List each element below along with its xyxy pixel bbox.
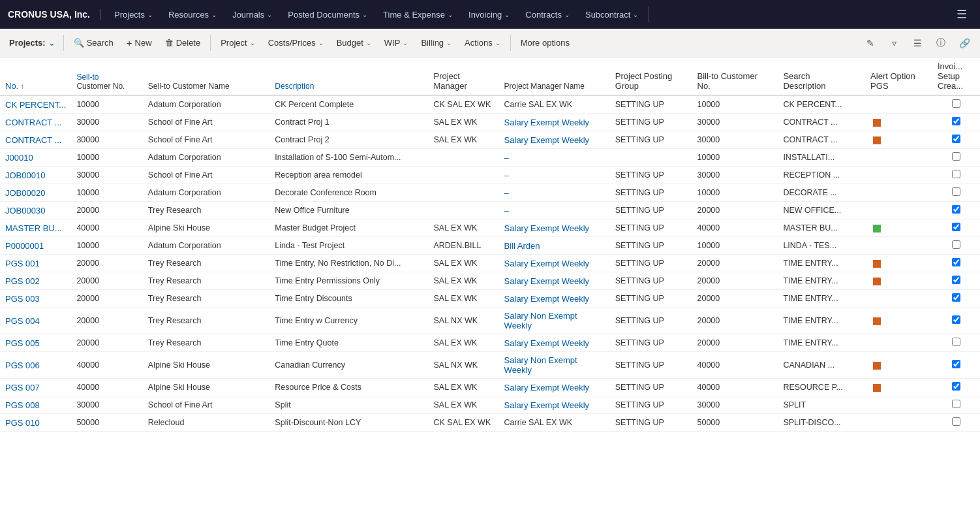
cell-alert-opt <box>865 202 932 219</box>
cell-no[interactable]: PGS 001 <box>0 255 71 272</box>
invoice-setup-checkbox[interactable] <box>952 360 960 368</box>
invoice-setup-checkbox[interactable] <box>952 223 960 231</box>
cell-no[interactable]: PGS 010 <box>0 414 71 432</box>
cell-invoice-setup[interactable] <box>932 219 980 237</box>
cell-search-desc: TIME ENTRY... <box>778 334 865 352</box>
cell-no[interactable]: JOB00010 <box>0 167 71 184</box>
cell-no[interactable]: MASTER BU... <box>0 219 71 237</box>
cell-pm-name[interactable]: Salary Exempt Weekly <box>499 219 610 237</box>
cell-invoice-setup[interactable] <box>932 396 980 414</box>
invoice-setup-checkbox[interactable] <box>952 276 960 284</box>
nav-invoicing[interactable]: Invoicing ⌄ <box>461 0 517 29</box>
cell-pm-name[interactable]: – <box>499 202 610 219</box>
cell-no[interactable]: PGS 006 <box>0 352 71 379</box>
invoice-setup-checkbox[interactable] <box>952 135 960 143</box>
cell-invoice-setup[interactable] <box>932 379 980 396</box>
nav-resources[interactable]: Resources ⌄ <box>161 0 224 29</box>
cell-pm-name[interactable]: Bill Arden <box>499 237 610 255</box>
delete-button[interactable]: 🗑 Delete <box>159 33 207 54</box>
invoice-setup-checkbox[interactable] <box>952 99 960 108</box>
cell-pm-name[interactable]: Salary Exempt Weekly <box>499 290 610 308</box>
nav-contracts[interactable]: Contracts ⌄ <box>517 0 577 29</box>
cell-pm-name[interactable]: Salary Exempt Weekly <box>499 396 610 414</box>
cell-pm-name[interactable]: Salary Non Exempt Weekly <box>499 352 610 379</box>
actions-button[interactable]: Actions ⌄ <box>459 33 506 54</box>
cell-no[interactable]: PGS 004 <box>0 308 71 334</box>
cell-invoice-setup[interactable] <box>932 237 980 255</box>
cell-no[interactable]: J00010 <box>0 149 71 167</box>
nav-projects[interactable]: Projects ⌄ <box>106 0 161 29</box>
nav-subcontract[interactable]: Subcontract ⌄ <box>577 0 646 29</box>
cell-pm-name[interactable]: Salary Exempt Weekly <box>499 131 610 149</box>
edit-icon-button[interactable]: ✎ <box>860 33 881 54</box>
cell-no[interactable]: CONTRACT ... <box>0 131 71 149</box>
cell-invoice-setup[interactable] <box>932 414 980 432</box>
invoice-setup-checkbox[interactable] <box>952 170 960 178</box>
cell-pm-name[interactable]: Salary Non Exempt Weekly <box>499 308 610 334</box>
cell-pm-name[interactable]: Salary Exempt Weekly <box>499 114 610 131</box>
billing-button[interactable]: Billing ⌄ <box>415 33 457 54</box>
invoice-setup-checkbox[interactable] <box>952 315 960 324</box>
cell-pm-name[interactable]: – <box>499 167 610 184</box>
cell-invoice-setup[interactable] <box>932 114 980 131</box>
invoice-setup-checkbox[interactable] <box>952 338 960 346</box>
invoice-setup-checkbox[interactable] <box>952 187 960 196</box>
nav-posted-documents[interactable]: Posted Documents ⌄ <box>280 0 375 29</box>
project-button[interactable]: Project ⌄ <box>215 33 260 54</box>
search-button[interactable]: 🔍 Search <box>68 33 119 54</box>
cell-no[interactable]: JOB00030 <box>0 202 71 219</box>
cell-invoice-setup[interactable] <box>932 308 980 334</box>
nav-time-expense[interactable]: Time & Expense ⌄ <box>375 0 461 29</box>
cell-pm-name[interactable]: Salary Exempt Weekly <box>499 272 610 290</box>
cell-pm-name[interactable]: Salary Exempt Weekly <box>499 379 610 396</box>
cell-invoice-setup[interactable] <box>932 149 980 167</box>
cell-pm-name[interactable]: Salary Exempt Weekly <box>499 334 610 352</box>
info-icon-button[interactable]: ⓘ <box>930 33 951 54</box>
invoice-setup-checkbox[interactable] <box>952 382 960 391</box>
cell-no[interactable]: JOB00020 <box>0 184 71 202</box>
cell-invoice-setup[interactable] <box>932 167 980 184</box>
cell-no[interactable]: CONTRACT ... <box>0 114 71 131</box>
invoice-setup-checkbox[interactable] <box>952 417 960 426</box>
cell-invoice-setup[interactable] <box>932 95 980 114</box>
invoice-setup-checkbox[interactable] <box>952 240 960 249</box>
more-options-button[interactable]: More options <box>515 33 575 54</box>
wip-button[interactable]: WIP ⌄ <box>378 33 414 54</box>
link-icon-button[interactable]: 🔗 <box>954 33 975 54</box>
invoice-setup-checkbox[interactable] <box>952 152 960 161</box>
budget-button[interactable]: Budget ⌄ <box>331 33 377 54</box>
col-header-no[interactable]: No. ↑ <box>0 57 71 95</box>
cell-invoice-setup[interactable] <box>932 202 980 219</box>
cell-no[interactable]: PGS 002 <box>0 272 71 290</box>
cell-invoice-setup[interactable] <box>932 131 980 149</box>
cell-pm: CK SAL EX WK <box>428 414 498 432</box>
cell-invoice-setup[interactable] <box>932 255 980 272</box>
list-icon-button[interactable]: ☰ <box>907 33 928 54</box>
new-button[interactable]: + New <box>121 33 158 54</box>
invoice-setup-checkbox[interactable] <box>952 205 960 214</box>
cell-no[interactable]: PGS 008 <box>0 396 71 414</box>
cell-invoice-setup[interactable] <box>932 290 980 308</box>
cell-no[interactable]: CK PERCENT... <box>0 95 71 114</box>
cell-alert-opt <box>865 167 932 184</box>
nav-journals[interactable]: Journals ⌄ <box>224 0 280 29</box>
hamburger-menu[interactable]: ☰ <box>951 7 972 22</box>
cell-no[interactable]: P0000001 <box>0 237 71 255</box>
cell-pm-name[interactable]: – <box>499 149 610 167</box>
cell-no[interactable]: PGS 005 <box>0 334 71 352</box>
invoice-setup-checkbox[interactable] <box>952 117 960 125</box>
invoice-setup-checkbox[interactable] <box>952 293 960 302</box>
costs-prices-button[interactable]: Costs/Prices ⌄ <box>262 33 329 54</box>
cell-no[interactable]: PGS 003 <box>0 290 71 308</box>
page-dropdown-chevron[interactable]: ⌄ <box>48 38 55 48</box>
cell-invoice-setup[interactable] <box>932 272 980 290</box>
cell-no[interactable]: PGS 007 <box>0 379 71 396</box>
cell-invoice-setup[interactable] <box>932 352 980 379</box>
invoice-setup-checkbox[interactable] <box>952 400 960 408</box>
cell-invoice-setup[interactable] <box>932 334 980 352</box>
cell-pm-name[interactable]: – <box>499 184 610 202</box>
cell-pm-name[interactable]: Salary Exempt Weekly <box>499 255 610 272</box>
cell-invoice-setup[interactable] <box>932 184 980 202</box>
invoice-setup-checkbox[interactable] <box>952 258 960 266</box>
filter-icon-button[interactable]: ▿ <box>883 33 904 54</box>
